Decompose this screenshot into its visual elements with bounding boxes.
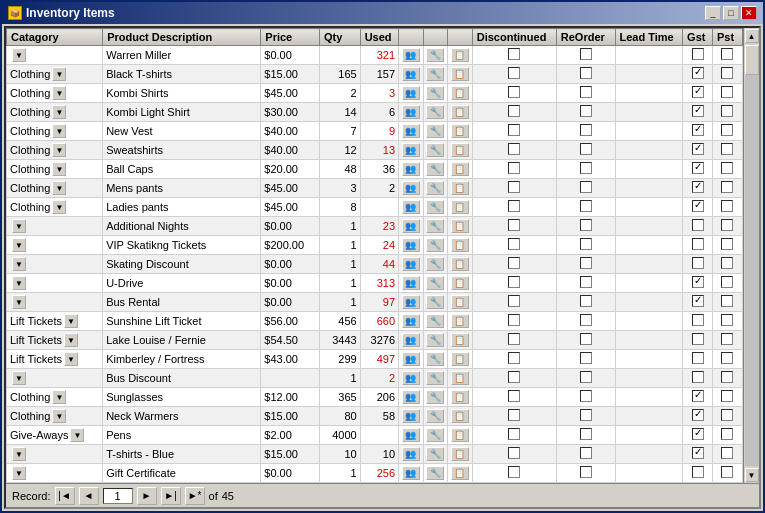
gst-checkbox[interactable] <box>692 314 704 326</box>
category-dropdown[interactable]: ▼ <box>64 333 78 347</box>
gst-checkbox[interactable] <box>692 257 704 269</box>
category-dropdown[interactable]: ▼ <box>52 67 66 81</box>
close-button[interactable]: ✕ <box>741 6 757 20</box>
discontinued-checkbox[interactable] <box>508 143 520 155</box>
pst-checkbox[interactable] <box>721 447 733 459</box>
people-icon-btn[interactable]: 👥 <box>402 295 420 309</box>
pst-checkbox[interactable] <box>721 466 733 478</box>
gst-checkbox[interactable] <box>692 447 704 459</box>
info-icon-btn[interactable]: 📋 <box>451 48 469 62</box>
info-icon-btn[interactable]: 📋 <box>451 295 469 309</box>
reorder-checkbox[interactable] <box>580 162 592 174</box>
reorder-checkbox[interactable] <box>580 105 592 117</box>
people-icon-btn[interactable]: 👥 <box>402 314 420 328</box>
people-icon-btn[interactable]: 👥 <box>402 124 420 138</box>
scrollbar-up-button[interactable]: ▲ <box>745 29 759 43</box>
minimize-button[interactable]: _ <box>705 6 721 20</box>
pst-checkbox[interactable] <box>721 143 733 155</box>
category-dropdown[interactable]: ▼ <box>52 162 66 176</box>
reorder-checkbox[interactable] <box>580 124 592 136</box>
people-icon-btn[interactable]: 👥 <box>402 48 420 62</box>
discontinued-checkbox[interactable] <box>508 200 520 212</box>
category-dropdown[interactable]: ▼ <box>52 200 66 214</box>
people-icon-btn[interactable]: 👥 <box>402 466 420 480</box>
people-icon-btn[interactable]: 👥 <box>402 352 420 366</box>
info-icon-btn[interactable]: 📋 <box>451 200 469 214</box>
maximize-button[interactable]: □ <box>723 6 739 20</box>
gst-checkbox[interactable] <box>692 333 704 345</box>
gst-checkbox[interactable] <box>692 181 704 193</box>
info-icon-btn[interactable]: 📋 <box>451 86 469 100</box>
pst-checkbox[interactable] <box>721 200 733 212</box>
discontinued-checkbox[interactable] <box>508 276 520 288</box>
pst-checkbox[interactable] <box>721 276 733 288</box>
reorder-checkbox[interactable] <box>580 86 592 98</box>
reorder-checkbox[interactable] <box>580 48 592 60</box>
discontinued-checkbox[interactable] <box>508 238 520 250</box>
discontinued-checkbox[interactable] <box>508 105 520 117</box>
discontinued-checkbox[interactable] <box>508 333 520 345</box>
pst-checkbox[interactable] <box>721 181 733 193</box>
scrollbar-down-button[interactable]: ▼ <box>745 468 759 482</box>
info-icon-btn[interactable]: 📋 <box>451 314 469 328</box>
category-dropdown[interactable]: ▼ <box>52 86 66 100</box>
reorder-checkbox[interactable] <box>580 276 592 288</box>
scrollbar-thumb[interactable] <box>745 45 759 75</box>
reorder-checkbox[interactable] <box>580 447 592 459</box>
people-icon-btn[interactable]: 👥 <box>402 276 420 290</box>
pst-checkbox[interactable] <box>721 409 733 421</box>
reorder-checkbox[interactable] <box>580 371 592 383</box>
discontinued-checkbox[interactable] <box>508 409 520 421</box>
pst-checkbox[interactable] <box>721 238 733 250</box>
people-icon-btn[interactable]: 👥 <box>402 371 420 385</box>
pst-checkbox[interactable] <box>721 314 733 326</box>
tools-icon-btn[interactable]: 🔧 <box>426 409 444 423</box>
tools-icon-btn[interactable]: 🔧 <box>426 333 444 347</box>
info-icon-btn[interactable]: 📋 <box>451 371 469 385</box>
gst-checkbox[interactable] <box>692 86 704 98</box>
discontinued-checkbox[interactable] <box>508 314 520 326</box>
tools-icon-btn[interactable]: 🔧 <box>426 200 444 214</box>
tools-icon-btn[interactable]: 🔧 <box>426 276 444 290</box>
reorder-checkbox[interactable] <box>580 352 592 364</box>
info-icon-btn[interactable]: 📋 <box>451 409 469 423</box>
tools-icon-btn[interactable]: 🔧 <box>426 143 444 157</box>
pst-checkbox[interactable] <box>721 48 733 60</box>
pst-checkbox[interactable] <box>721 219 733 231</box>
info-icon-btn[interactable]: 📋 <box>451 105 469 119</box>
tools-icon-btn[interactable]: 🔧 <box>426 466 444 480</box>
category-dropdown[interactable]: ▼ <box>52 105 66 119</box>
category-dropdown[interactable]: ▼ <box>12 447 26 461</box>
tools-icon-btn[interactable]: 🔧 <box>426 219 444 233</box>
info-icon-btn[interactable]: 📋 <box>451 428 469 442</box>
discontinued-checkbox[interactable] <box>508 352 520 364</box>
gst-checkbox[interactable] <box>692 295 704 307</box>
category-dropdown[interactable]: ▼ <box>12 276 26 290</box>
discontinued-checkbox[interactable] <box>508 48 520 60</box>
nav-first-button[interactable]: |◄ <box>55 487 75 505</box>
category-dropdown[interactable]: ▼ <box>52 181 66 195</box>
gst-checkbox[interactable] <box>692 162 704 174</box>
reorder-checkbox[interactable] <box>580 314 592 326</box>
pst-checkbox[interactable] <box>721 105 733 117</box>
info-icon-btn[interactable]: 📋 <box>451 181 469 195</box>
category-dropdown[interactable]: ▼ <box>70 428 84 442</box>
info-icon-btn[interactable]: 📋 <box>451 333 469 347</box>
gst-checkbox[interactable] <box>692 352 704 364</box>
people-icon-btn[interactable]: 👥 <box>402 86 420 100</box>
gst-checkbox[interactable] <box>692 371 704 383</box>
info-icon-btn[interactable]: 📋 <box>451 447 469 461</box>
people-icon-btn[interactable]: 👥 <box>402 181 420 195</box>
category-dropdown[interactable]: ▼ <box>12 371 26 385</box>
tools-icon-btn[interactable]: 🔧 <box>426 371 444 385</box>
category-dropdown[interactable]: ▼ <box>52 409 66 423</box>
people-icon-btn[interactable]: 👥 <box>402 257 420 271</box>
category-dropdown[interactable]: ▼ <box>12 48 26 62</box>
info-icon-btn[interactable]: 📋 <box>451 390 469 404</box>
tools-icon-btn[interactable]: 🔧 <box>426 48 444 62</box>
people-icon-btn[interactable]: 👥 <box>402 67 420 81</box>
discontinued-checkbox[interactable] <box>508 67 520 79</box>
pst-checkbox[interactable] <box>721 67 733 79</box>
gst-checkbox[interactable] <box>692 105 704 117</box>
category-dropdown[interactable]: ▼ <box>64 352 78 366</box>
